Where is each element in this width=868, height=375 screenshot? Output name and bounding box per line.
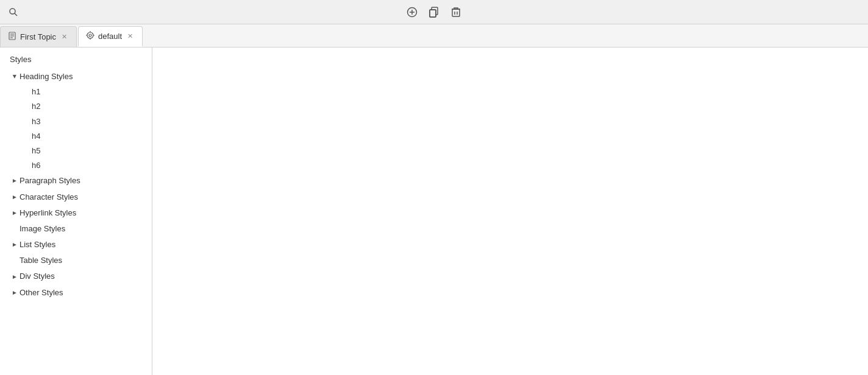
other-styles-label: Other Styles <box>20 287 63 298</box>
hyperlink-styles-label: Hyperlink Styles <box>20 208 76 219</box>
svg-line-1 <box>15 13 17 16</box>
tree-child-h6[interactable]: h6 <box>0 158 152 173</box>
tree-item-paragraph-styles[interactable]: ► Paragraph Styles <box>0 173 152 189</box>
tree-child-h5[interactable]: h5 <box>0 144 152 158</box>
tab-first-topic-icon <box>8 32 16 42</box>
tree-item-character-styles[interactable]: ► Character Styles <box>0 189 152 205</box>
search-icon[interactable] <box>6 5 21 19</box>
content-area <box>152 47 868 375</box>
image-styles-label: Image Styles <box>20 223 65 234</box>
tree-child-h4[interactable]: h4 <box>0 129 152 144</box>
tree-item-image-styles[interactable]: Image Styles <box>0 221 152 237</box>
heading-styles-arrow: ► <box>10 72 20 82</box>
toolbar-right <box>405 5 463 19</box>
add-icon[interactable] <box>405 5 419 19</box>
tab-default[interactable]: default ✕ <box>78 26 143 47</box>
tree-child-h3[interactable]: h3 <box>0 114 152 129</box>
tab-first-topic[interactable]: First Topic ✕ <box>0 26 77 47</box>
svg-point-0 <box>10 9 15 14</box>
heading-styles-label: Heading Styles <box>20 71 73 82</box>
tab-default-icon <box>86 31 94 41</box>
tree-item-div-styles[interactable]: ► Div Styles <box>0 268 152 284</box>
sidebar: Styles ► Heading Styles h1 h2 h3 h4 h5 h… <box>0 47 152 375</box>
sidebar-title: Styles <box>0 52 152 69</box>
tab-default-close[interactable]: ✕ <box>126 32 135 41</box>
div-styles-arrow: ► <box>10 272 20 282</box>
tree-item-heading-styles[interactable]: ► Heading Styles <box>0 69 152 85</box>
delete-icon[interactable] <box>449 5 463 19</box>
tabs-bar: First Topic ✕ default ✕ <box>0 24 868 47</box>
copy-icon[interactable] <box>427 5 441 19</box>
div-styles-label: Div Styles <box>20 271 55 282</box>
character-styles-arrow: ► <box>10 192 20 202</box>
tree-child-h1[interactable]: h1 <box>0 85 152 99</box>
tree-child-h2[interactable]: h2 <box>0 99 152 114</box>
tab-default-label: default <box>98 32 122 41</box>
hyperlink-styles-arrow: ► <box>10 208 20 218</box>
tree-item-table-styles[interactable]: Table Styles <box>0 253 152 268</box>
tree-item-hyperlink-styles[interactable]: ► Hyperlink Styles <box>0 205 152 221</box>
paragraph-styles-label: Paragraph Styles <box>20 175 80 186</box>
svg-rect-8 <box>452 9 460 16</box>
list-styles-label: List Styles <box>20 239 55 250</box>
character-styles-label: Character Styles <box>20 192 78 203</box>
svg-rect-6 <box>430 10 436 17</box>
toolbar <box>0 0 868 24</box>
tab-first-topic-label: First Topic <box>20 32 56 41</box>
toolbar-left <box>6 5 21 19</box>
tree-item-other-styles[interactable]: ► Other Styles <box>0 285 152 301</box>
list-styles-arrow: ► <box>10 240 20 250</box>
tree-item-list-styles[interactable]: ► List Styles <box>0 237 152 253</box>
tab-first-topic-close[interactable]: ✕ <box>60 32 69 41</box>
other-styles-arrow: ► <box>10 288 20 298</box>
main-layout: Styles ► Heading Styles h1 h2 h3 h4 h5 h… <box>0 47 868 375</box>
svg-point-15 <box>87 32 93 38</box>
paragraph-styles-arrow: ► <box>10 176 20 186</box>
table-styles-label: Table Styles <box>20 255 62 266</box>
svg-point-16 <box>89 34 91 37</box>
